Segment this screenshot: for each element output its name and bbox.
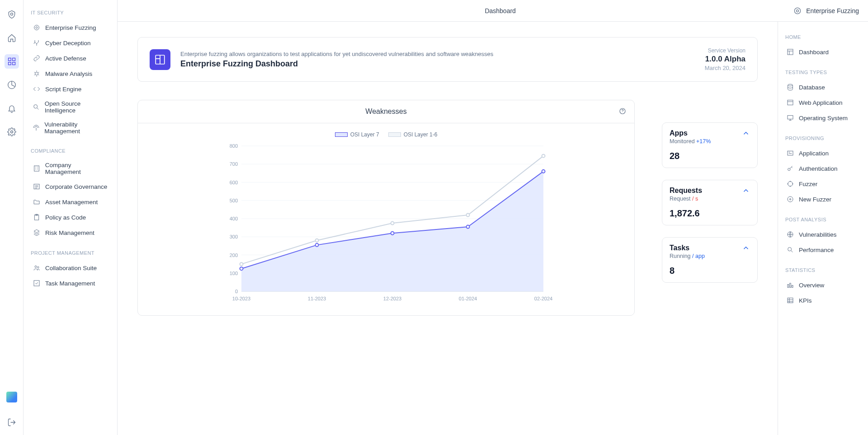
target-icon: [793, 6, 802, 16]
sidebar-item-collab-suite[interactable]: Collaboration Suite: [30, 260, 111, 276]
table-icon: [786, 296, 794, 304]
panel-item-label: Performance: [799, 247, 834, 253]
sidebar-group: PROJECT MANAGEMENT Collaboration Suite T…: [30, 250, 111, 291]
stat-sub: Request / s: [670, 196, 742, 202]
sidebar-item-script-engine[interactable]: Script Engine: [30, 81, 111, 97]
stat-title: Tasks: [670, 244, 742, 252]
brand-label: Enterprise Fuzzing: [806, 7, 859, 14]
building-icon: [33, 164, 41, 173]
banner-date: March 20, 2024: [705, 65, 745, 71]
stat-value: 28: [670, 151, 750, 161]
stat-value: 1,872.6: [670, 208, 750, 219]
sidebar-item-osint[interactable]: Open Source Intelligence: [30, 97, 111, 117]
main-content: Enterprise fuzzing allows organizations …: [118, 22, 778, 435]
panel-item-label: KPIs: [799, 297, 812, 304]
svg-rect-1: [8, 58, 11, 61]
stat-card-apps[interactable]: Apps Monitored +17% 28: [662, 122, 758, 168]
sidebar-item-asset-mgmt[interactable]: Asset Management: [30, 194, 111, 210]
svg-rect-67: [790, 283, 791, 287]
legend-label: OSI Layer 7: [350, 131, 379, 138]
panel-item-kpis[interactable]: KPIs: [783, 293, 863, 308]
panel-item-auth[interactable]: Authentication: [783, 161, 863, 176]
avatar[interactable]: [6, 392, 17, 402]
pie-icon[interactable]: [5, 78, 19, 92]
sidebar-item-label: Vulnerability Management: [44, 121, 108, 135]
gear-icon[interactable]: [5, 125, 19, 139]
panel-item-label: Operating System: [799, 115, 848, 122]
svg-point-52: [316, 243, 319, 247]
sidebar-item-task-mgmt[interactable]: Task Management: [30, 276, 111, 291]
sidebar-item-active-defense[interactable]: Active Defense: [30, 51, 111, 66]
panel-item-vulns[interactable]: Vulnerabilities: [783, 227, 863, 242]
svg-text:800: 800: [230, 143, 238, 149]
sidebar-item-enterprise-fuzzing[interactable]: Enterprise Fuzzing: [30, 20, 111, 35]
legend-label: OSI Layer 1-6: [404, 131, 438, 138]
svg-point-47: [316, 239, 319, 242]
svg-point-8: [36, 27, 38, 28]
svg-point-55: [542, 170, 545, 173]
panel-item-os[interactable]: Operating System: [783, 110, 863, 126]
svg-text:02-2024: 02-2024: [534, 296, 552, 301]
sidebar-item-vuln-mgmt[interactable]: Vulnerability Management: [30, 117, 111, 138]
logout-icon[interactable]: [5, 415, 19, 430]
panel-group-title: TESTING TYPES: [785, 70, 861, 75]
svg-text:01-2024: 01-2024: [459, 296, 477, 301]
legend-item: OSI Layer 1-6: [388, 131, 438, 138]
svg-point-6: [10, 131, 13, 133]
svg-rect-3: [8, 62, 11, 65]
banner-title: Enterprise Fuzzing Dashboard: [180, 59, 695, 69]
banner-desc: Enterprise fuzzing allows organizations …: [180, 51, 695, 57]
svg-rect-66: [788, 285, 789, 288]
banner-card: Enterprise fuzzing allows organizations …: [137, 37, 758, 82]
panel-item-label: Vulnerabilities: [799, 231, 837, 238]
banner-version: 1.0.0 Alpha: [705, 55, 745, 64]
help-icon[interactable]: [619, 108, 626, 116]
panel-item-label: Fuzzer: [799, 181, 817, 187]
folder-icon: [33, 198, 41, 206]
panel-item-dashboard[interactable]: Dashboard: [783, 44, 863, 60]
sidebar-item-label: Task Management: [45, 280, 95, 287]
sidebar-item-risk-mgmt[interactable]: Risk Management: [30, 225, 111, 240]
page-title: Dashboard: [208, 7, 793, 14]
chart-legend: OSI Layer 7 OSI Layer 1-6: [146, 131, 626, 138]
svg-point-61: [788, 168, 790, 170]
panel-item-label: Dashboard: [799, 49, 829, 56]
panel-item-new-fuzzer[interactable]: New Fuzzer: [783, 192, 863, 207]
list-icon: [33, 182, 41, 191]
panel-item-overview[interactable]: Overview: [783, 277, 863, 293]
panel-group-title: PROVISIONING: [785, 136, 861, 141]
svg-text:200: 200: [230, 253, 238, 258]
grid-icon[interactable]: [5, 54, 19, 69]
panel-item-application[interactable]: Application: [783, 145, 863, 161]
clipboard-icon: [33, 213, 41, 221]
search-icon: [786, 246, 794, 254]
sidebar-item-malware-analysis[interactable]: Malware Analysis: [30, 66, 111, 81]
stat-card-tasks[interactable]: Tasks Running / app 8: [662, 237, 758, 283]
home-icon[interactable]: [5, 31, 19, 45]
panel-item-webapp[interactable]: Web Application: [783, 95, 863, 110]
panel-item-fuzzer[interactable]: Fuzzer: [783, 176, 863, 192]
bell-icon[interactable]: [5, 101, 19, 116]
sidebar-item-policy-code[interactable]: Policy as Code: [30, 210, 111, 225]
panel-group-title: HOME: [785, 34, 861, 40]
panel-item-database[interactable]: Database: [783, 80, 863, 95]
svg-text:600: 600: [230, 180, 238, 185]
sidebar-item-company-mgmt[interactable]: Company Management: [30, 158, 111, 179]
svg-point-57: [788, 84, 793, 86]
panel-item-label: Database: [799, 84, 825, 91]
brand-indicator[interactable]: Enterprise Fuzzing: [793, 6, 859, 16]
link-icon: [33, 54, 41, 62]
svg-text:100: 100: [230, 271, 238, 276]
svg-rect-58: [788, 100, 793, 105]
stat-title: Requests: [670, 187, 742, 195]
logo-icon[interactable]: [5, 7, 19, 22]
sidebar-item-corp-gov[interactable]: Corporate Governance: [30, 179, 111, 194]
stat-card-requests[interactable]: Requests Request / s 1,872.6: [662, 180, 758, 225]
svg-point-15: [35, 266, 37, 267]
sidebar-group: COMPLIANCE Company Management Corporate …: [30, 148, 111, 240]
sidebar-item-label: Malware Analysis: [45, 70, 92, 77]
sidebar-item-cyber-deception[interactable]: Cyber Deception: [30, 35, 111, 51]
sidebar-item-label: Enterprise Fuzzing: [45, 24, 96, 31]
sidebar-group: IT SECURITY Enterprise Fuzzing Cyber Dec…: [30, 10, 111, 138]
panel-item-performance[interactable]: Performance: [783, 242, 863, 257]
